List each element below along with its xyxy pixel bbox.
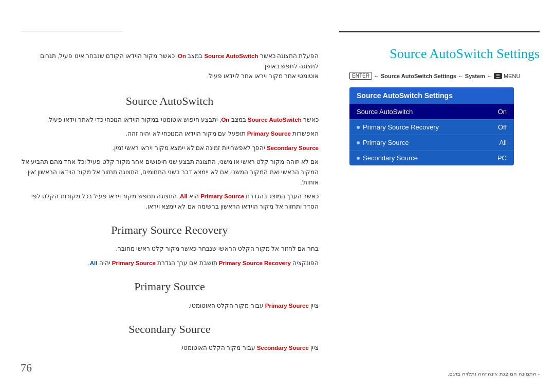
breadcrumb-arrow2: ←: [458, 73, 464, 79]
dot-primary-recovery: [357, 126, 360, 129]
section-body-autoswitch-1: כאשר Source AutoSwitch במצב On, יתבצע חי…: [21, 115, 319, 125]
breadcrumb-crumb2: System: [465, 73, 485, 79]
page-number: 76: [21, 359, 32, 377]
section-title-secondary-source: Secondary Source: [21, 320, 319, 338]
breadcrumb-arrow3: ←: [487, 73, 492, 79]
menu-item-value-primary-source: All: [499, 139, 507, 146]
section-primary-source: Primary Source ציין Primary Source עבור …: [21, 277, 319, 311]
dot-primary-source: [357, 141, 360, 144]
enter-icon: ENTER: [349, 72, 372, 80]
section-secondary-source: Secondary Source ציין Secondary Source ע…: [21, 320, 319, 353]
breadcrumb: ENTER ← Source AutoSwitch Settings ← Sys…: [349, 72, 540, 80]
menu-item-value-primary-recovery: Off: [498, 123, 507, 131]
menu-icon: ☰: [494, 73, 502, 79]
section-body-primary-recovery-2: הפונקציה Primary Source Recovery תושבת א…: [21, 258, 319, 269]
dot-secondary-source: [357, 157, 360, 160]
section-primary-recovery: Primary Source Recovery בחר אם לחזור אל …: [21, 221, 319, 268]
menu-item-label-secondary-source: Secondary Source: [357, 154, 418, 162]
section-body-primary-source: ציין Primary Source עבור מקור הקלט האוטו…: [21, 301, 319, 311]
top-border-left: [21, 31, 123, 31]
menu-item-source-autoswitch[interactable]: Source AutoSwitch On: [349, 104, 514, 119]
section-body-autoswitch-4: אם לא יזוהה מקור קלט ראשי או משני, התצוג…: [21, 157, 319, 188]
menu-item-primary-source[interactable]: Primary Source All: [349, 135, 514, 150]
menu-item-value-secondary-source: PC: [497, 154, 507, 162]
menu-item-label-primary-source: Primary Source: [357, 139, 409, 146]
section-body-secondary-source: ציין Secondary Source עבור מקור הקלט האו…: [21, 343, 319, 353]
menu-item-secondary-source[interactable]: Secondary Source PC: [349, 150, 514, 165]
section-title-primary-source: Primary Source: [21, 277, 319, 295]
right-panel: Source AutoSwitch Settings ENTER ← Sourc…: [339, 0, 555, 392]
menu-item-label-source-autoswitch: Source AutoSwitch: [357, 108, 413, 116]
intro-text: הפעלת התצוגה כאשר Source AutoSwitch במצב…: [21, 51, 319, 82]
breadcrumb-crumb1: Source AutoSwitch Settings: [381, 73, 456, 79]
menu-item-primary-recovery[interactable]: Primary Source Recovery Off: [349, 119, 514, 135]
section-source-autoswitch: Source AutoSwitch כאשר Source AutoSwitch…: [21, 92, 319, 212]
menu-box: Source AutoSwitch Settings Source AutoSw…: [349, 87, 514, 165]
breadcrumb-arrow1: ←: [374, 73, 379, 79]
section-title-primary-recovery: Primary Source Recovery: [21, 221, 319, 239]
page-container: הפעלת התצוגה כאשר Source AutoSwitch במצב…: [0, 0, 555, 392]
menu-item-value-source-autoswitch: On: [498, 108, 507, 116]
left-panel: הפעלת התצוגה כאשר Source AutoSwitch במצב…: [0, 0, 339, 392]
menu-box-title: Source AutoSwitch Settings: [349, 87, 514, 104]
disclaimer: - התמונה המוצגת אינה זהה ותלויה בדגם.: [448, 371, 540, 377]
breadcrumb-menu: MENU: [504, 73, 520, 79]
section-title-autoswitch: Source AutoSwitch: [21, 92, 319, 110]
section-body-autoswitch-5: כאשר הערך המוצג בהגדרת Primary Source הו…: [21, 192, 319, 212]
section-body-primary-recovery-1: בחר אם לחזור אל מקור הקלט הראשי שנבחר כא…: [21, 244, 319, 254]
menu-item-label-primary-recovery: Primary Source Recovery: [357, 123, 439, 131]
page-title: Source AutoSwitch Settings: [349, 46, 540, 62]
section-body-autoswitch-3: Secondary Source יהפך לאפשרויות זמינה אם…: [21, 143, 319, 154]
top-border-right: [339, 31, 540, 32]
section-body-autoswitch-2: האפשרות Primary Source תופעל עם מקור הוי…: [21, 129, 319, 139]
